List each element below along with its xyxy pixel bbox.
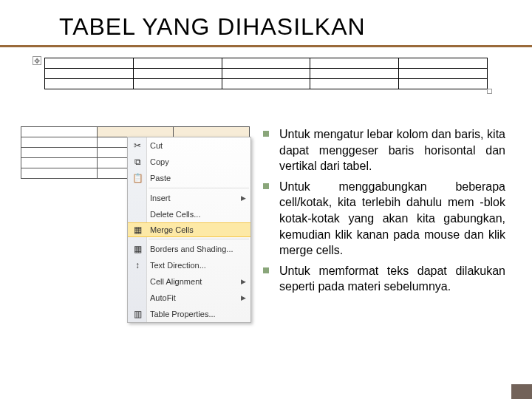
- chevron-right-icon: ▶: [241, 194, 246, 202]
- table-move-handle-icon[interactable]: ✥: [33, 56, 41, 65]
- list-item: Untuk memformat teks dapat dilakukan sep…: [263, 263, 505, 295]
- list-item: Untuk mengatur lebar kolom dan baris, ki…: [263, 126, 505, 174]
- list-item: Untuk menggabungkan beberapa cell/kotak,…: [263, 179, 505, 259]
- menu-label: Insert: [150, 194, 171, 202]
- sample-table-top: ✥: [44, 58, 488, 89]
- bullet-text: Untuk mengatur lebar kolom dan baris, ki…: [279, 126, 505, 174]
- menu-item-cut[interactable]: ✂ Cut: [128, 137, 250, 154]
- chevron-right-icon: ▶: [241, 278, 246, 285]
- table-properties-icon: ▥: [131, 309, 144, 319]
- menu-item-delete-cells[interactable]: Delete Cells...: [128, 206, 250, 222]
- bullet-list: Untuk mengatur lebar kolom dan baris, ki…: [263, 126, 505, 299]
- menu-item-borders[interactable]: ▦ Borders and Shading...: [128, 241, 250, 257]
- menu-item-table-properties[interactable]: ▥ Table Properties...: [128, 306, 250, 322]
- menu-label: Cell Alignment: [150, 277, 202, 286]
- bullet-icon: [263, 267, 269, 273]
- table-resize-handle-icon[interactable]: [487, 89, 492, 94]
- menu-item-text-direction[interactable]: ↕ Text Direction...: [128, 257, 250, 273]
- slide-corner-decoration: [511, 384, 532, 399]
- bullet-text: Untuk menggabungkan beberapa cell/kotak,…: [279, 179, 505, 259]
- chevron-right-icon: ▶: [241, 294, 246, 301]
- menu-label: Paste: [150, 174, 171, 183]
- bullet-icon: [263, 131, 269, 137]
- menu-label: Merge Cells: [150, 225, 194, 234]
- merge-cells-icon: ▦: [131, 225, 144, 235]
- menu-label: Text Direction...: [150, 261, 206, 270]
- menu-label: Copy: [150, 157, 169, 166]
- menu-label: Delete Cells...: [150, 210, 200, 219]
- menu-item-copy[interactable]: ⧉ Copy: [128, 154, 250, 170]
- context-menu: ✂ Cut ⧉ Copy 📋 Paste Insert ▶ Delete C: [127, 137, 251, 323]
- menu-label: AutoFit: [150, 293, 176, 302]
- menu-item-insert[interactable]: Insert ▶: [128, 190, 250, 206]
- cut-icon: ✂: [131, 140, 144, 151]
- text-direction-icon: ↕: [131, 260, 144, 270]
- menu-item-autofit[interactable]: AutoFit ▶: [128, 290, 250, 306]
- menu-label: Table Properties...: [150, 310, 216, 318]
- bullet-icon: [263, 183, 269, 189]
- bullet-text: Untuk memformat teks dapat dilakukan sep…: [279, 263, 505, 295]
- table-grid[interactable]: [44, 58, 488, 89]
- menu-item-cell-alignment[interactable]: Cell Alignment ▶: [128, 273, 250, 290]
- menu-separator: [149, 188, 249, 188]
- menu-separator: [149, 239, 249, 239]
- menu-item-merge-cells[interactable]: ▦ Merge Cells: [128, 222, 250, 237]
- menu-label: Cut: [150, 141, 163, 150]
- menu-label: Borders and Shading...: [150, 245, 233, 253]
- copy-icon: ⧉: [131, 157, 144, 167]
- page-title: TABEL YANG DIHASILKAN: [0, 0, 532, 47]
- menu-item-paste[interactable]: 📋 Paste: [128, 170, 250, 186]
- borders-icon: ▦: [131, 244, 144, 254]
- paste-icon: 📋: [131, 173, 144, 183]
